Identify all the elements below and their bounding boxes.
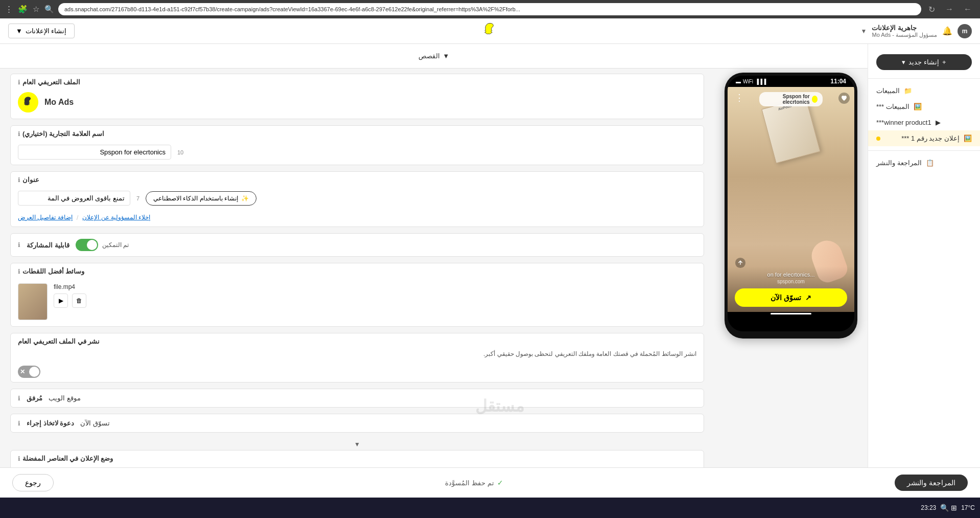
bottom-bar-right: رجوع bbox=[12, 474, 54, 491]
sidebar-item-new-ad[interactable]: 🖼️ إعلان جديد رقم 1 *** bbox=[868, 130, 980, 146]
phone-status-icons: ▐▐▐ WiFi ▬ bbox=[736, 79, 766, 84]
brand-name-title: اسم العلامة التجارية (اختياري) bbox=[22, 130, 105, 138]
sidebar-item-review[interactable]: 📋 المراجعة والنشر bbox=[868, 155, 980, 171]
edit-brand-link[interactable]: إخلاء المسؤولية عن الإعلان bbox=[82, 214, 150, 221]
delete-media-button[interactable]: 🗑 bbox=[72, 294, 86, 308]
title-input[interactable] bbox=[18, 191, 130, 206]
public-profile-toggle-row: ✕ bbox=[11, 362, 704, 382]
profile-info-icon[interactable]: ℹ bbox=[18, 79, 20, 86]
wifi-icon: WiFi bbox=[743, 79, 753, 84]
content-area: + إنشاء جديد ▾ 📁 المبيعات 🖼️ المبيعات **… bbox=[0, 44, 980, 467]
add-offer-link[interactable]: إضافة تفاصيل العرض bbox=[18, 214, 73, 221]
ai-generate-button[interactable]: ✨ إنشاء باستخدام الذكاء الاصطناعي bbox=[146, 191, 256, 206]
attachment-info-icon[interactable]: ℹ bbox=[18, 395, 20, 402]
plus-icon: + bbox=[942, 58, 946, 66]
nav-forward-button[interactable]: → bbox=[942, 4, 956, 15]
top-nav-left: m 🔔 جاهرية الإعلانات مسؤول المؤسسة - Mo … bbox=[861, 24, 972, 38]
shareability-info-icon[interactable]: ℹ bbox=[18, 241, 20, 249]
title-info-icon[interactable]: ℹ bbox=[18, 176, 20, 184]
sidebar: + إنشاء جديد ▾ 📁 المبيعات 🖼️ المبيعات **… bbox=[868, 44, 980, 467]
back-button[interactable]: رجوع bbox=[12, 474, 54, 491]
publish-button[interactable]: المراجعة والنشر bbox=[895, 475, 968, 491]
account-avatar[interactable]: m bbox=[958, 24, 972, 38]
shareability-title: قابلية المشاركة bbox=[27, 241, 69, 249]
phone-home-indicator bbox=[771, 313, 811, 314]
snapshots-info-icon[interactable]: ℹ bbox=[18, 268, 20, 275]
cta-value: تسوّق الآن bbox=[80, 419, 110, 427]
status-dot bbox=[876, 137, 880, 141]
shareability-section: تم التمكين قابلية المشاركة ℹ bbox=[10, 233, 704, 257]
form-area: 11:04 ▐▐▐ WiFi ▬ bbox=[0, 69, 868, 467]
profile-title-label: الملف التعريفي العام bbox=[22, 78, 80, 86]
preferred-info-icon[interactable]: ℹ bbox=[18, 455, 20, 462]
play-media-button[interactable]: ▶ bbox=[54, 294, 68, 308]
top-nav-right: إنشاء الإعلانات ▼ bbox=[8, 24, 75, 38]
title-section: عنوان ℹ ✨ إنشاء باستخدام الذكاء الاصطناع… bbox=[10, 171, 704, 227]
preferred-header: وضع الإعلان في العناصر المفضلة ℹ bbox=[11, 451, 704, 464]
extensions-icon[interactable]: 🧩 bbox=[18, 5, 28, 14]
media-info: file.mp4 🗑 ▶ bbox=[54, 283, 86, 308]
back-label: رجوع bbox=[25, 479, 41, 487]
phone-username: spspon.com bbox=[735, 279, 847, 284]
toggle-x-icon: ✕ bbox=[20, 368, 25, 375]
search-icon[interactable]: 🔍 bbox=[44, 5, 54, 14]
play-icon: ▶ bbox=[936, 119, 941, 126]
nav-refresh-button[interactable]: ↻ bbox=[925, 4, 938, 15]
phone-brand-label: Spspon for elecrtonics bbox=[759, 92, 823, 106]
brand-info-icon[interactable]: ℹ bbox=[18, 130, 20, 138]
attachment-value: موقع الويب bbox=[49, 394, 81, 402]
brand-name-input[interactable] bbox=[18, 145, 171, 160]
create-ad-button[interactable]: إنشاء الإعلانات ▼ bbox=[8, 24, 75, 38]
profile-section-title: الملف التعريفي العام ℹ bbox=[11, 74, 704, 86]
review-icon: 📋 bbox=[926, 159, 934, 167]
brand-avatar-icon bbox=[812, 96, 818, 103]
phone-cta-button[interactable]: ↗ تسوّق الآن bbox=[735, 288, 847, 307]
scroll-down-icon[interactable]: ▼ bbox=[354, 441, 360, 448]
nav-back-button[interactable]: ← bbox=[961, 4, 975, 15]
phone-frame: 11:04 ▐▐▐ WiFi ▬ bbox=[725, 73, 857, 339]
preferred-placement-section: وضع الإعلان في العناصر المفضلة ℹ تم التم… bbox=[10, 450, 704, 467]
browser-chrome: ← → ↻ ads.snapchat.com/27167b80-d113-4e1… bbox=[0, 0, 980, 18]
attachment-row: موقع الويب مُرفق ℹ bbox=[11, 389, 704, 407]
phone-three-dots-icon: ⋮ bbox=[735, 92, 744, 103]
profile-avatar bbox=[18, 92, 38, 112]
attachment-section: موقع الويب مُرفق ℹ bbox=[10, 389, 704, 408]
taskbar: 17°C ⊞ 🔍 23:23 bbox=[0, 498, 980, 518]
profile-row: Mo Ads bbox=[11, 86, 704, 119]
account-info: جاهرية الإعلانات مسؤول المؤسسة - Mo Ads bbox=[872, 24, 937, 38]
public-profile-section: نشر في الملف التعريفي العام انشر الوسائط… bbox=[10, 333, 704, 382]
sidebar-item-sales[interactable]: 📁 المبيعات bbox=[868, 83, 980, 99]
story-dropdown[interactable]: ▼ القصص bbox=[414, 48, 454, 64]
signal-icon: ▐▐▐ bbox=[755, 79, 766, 84]
menu-icon[interactable]: ⋮ bbox=[5, 5, 13, 14]
sidebar-item-winner[interactable]: ▶ winner product1*** bbox=[868, 115, 980, 130]
cta-section: تسوّق الآن دعوة لاتخاذ إجراء ℹ bbox=[10, 414, 704, 433]
account-sub: مسؤول المؤسسة - Mo Ads bbox=[872, 32, 937, 38]
sidebar-item-sales-2[interactable]: 🖼️ المبيعات *** bbox=[868, 99, 980, 115]
save-check-icon: ✓ bbox=[497, 479, 503, 487]
notification-bell-icon[interactable]: 🔔 bbox=[942, 26, 952, 36]
cta-info-icon[interactable]: ℹ bbox=[18, 420, 20, 427]
profile-section: الملف التعريفي العام ℹ Mo Ads bbox=[10, 74, 704, 119]
save-status-text: تم حفظ المُسوَّدة bbox=[445, 479, 494, 487]
dropdown-chevron-icon: ▼ bbox=[16, 27, 22, 35]
title-section-header: عنوان ℹ bbox=[11, 172, 704, 186]
sidebar-divider-2 bbox=[868, 150, 980, 151]
publish-label: المراجعة والنشر bbox=[907, 479, 955, 487]
taskbar-temp: 17°C bbox=[961, 504, 975, 511]
public-profile-toggle[interactable]: ✕ bbox=[18, 366, 40, 378]
bookmark-icon[interactable]: ☆ bbox=[33, 5, 39, 14]
phone-status-bar: 11:04 ▐▐▐ WiFi ▬ bbox=[728, 76, 854, 87]
phone-heart-icon bbox=[838, 92, 850, 106]
form-fields: الملف التعريفي العام ℹ Mo Ads bbox=[10, 69, 704, 467]
browser-icons: 🔍 ☆ 🧩 ⋮ bbox=[5, 5, 54, 14]
dropdown-arrow-icon[interactable]: ▼ bbox=[861, 28, 867, 35]
media-filename: file.mp4 bbox=[54, 283, 75, 290]
profile-name: Mo Ads bbox=[44, 98, 74, 107]
phone-ad-content: AirPods ⋮ bbox=[728, 87, 854, 312]
create-new-button[interactable]: + إنشاء جديد ▾ bbox=[876, 54, 972, 70]
attachment-title: مُرفق bbox=[27, 394, 42, 402]
url-bar[interactable]: ads.snapchat.com/27167b80-d113-4e1d-a151… bbox=[58, 3, 921, 15]
shareability-toggle[interactable] bbox=[76, 239, 98, 251]
media-actions: 🗑 ▶ bbox=[54, 294, 86, 308]
